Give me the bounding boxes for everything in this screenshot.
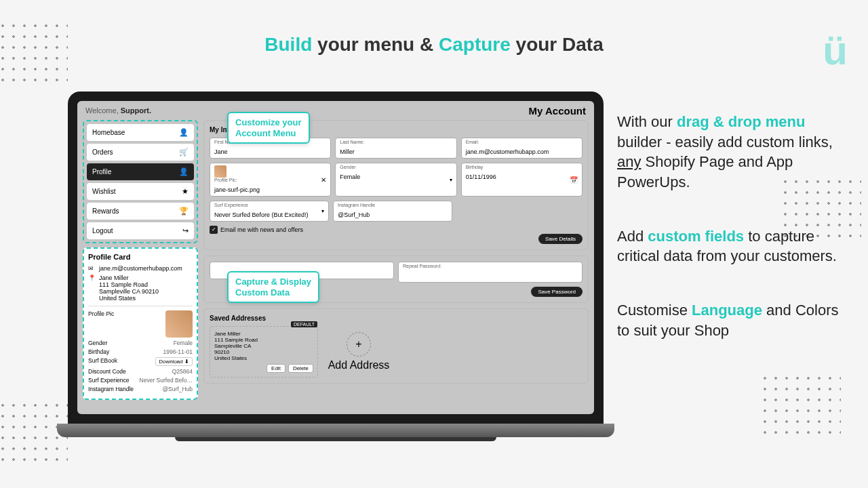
callout-customize-menu: Customize your Account Menu (227, 112, 310, 144)
menu-wishlist[interactable]: Wishlist★ (87, 183, 194, 200)
repeat-password-field[interactable]: Repeat Password: (398, 262, 583, 283)
chevron-down-icon: ▾ (321, 208, 324, 214)
welcome-text: Welcome, Support. (85, 106, 151, 115)
headline: Build your menu & Capture your Data (0, 0, 868, 56)
pic-thumb (214, 165, 226, 178)
callout-custom-data: Capture & Display Custom Data (227, 271, 319, 303)
profile-pic-field[interactable]: Profile Pic:jane-surf-pic.png✕ (210, 163, 331, 197)
checkbox-label: Email me with news and offers (220, 226, 303, 233)
save-password-button[interactable]: Save Password (531, 287, 583, 297)
menu-profile[interactable]: Profile👤 (87, 163, 194, 180)
pin-icon: 📍 (88, 274, 96, 281)
default-badge: DEFAULT (291, 321, 317, 327)
clear-icon[interactable]: ✕ (321, 176, 326, 183)
logout-icon: ↪ (182, 226, 189, 235)
birthday-field[interactable]: Birthday01/11/1996📅 (461, 163, 583, 197)
newsletter-checkbox[interactable]: ✓ (210, 226, 218, 234)
user-icon: 👤 (179, 128, 189, 137)
menu-logout[interactable]: Logout↪ (87, 222, 194, 239)
profile-card-title: Profile Card (88, 253, 193, 261)
menu-orders[interactable]: Orders🛒 (87, 144, 194, 161)
gender-select[interactable]: GenderFemale▾ (335, 163, 456, 197)
last-name-field[interactable]: Last Name:Miller (335, 138, 456, 159)
section-title: Saved Addresses (210, 314, 583, 322)
brand-logo: ü (823, 27, 848, 74)
add-address-label: Add Address (325, 359, 393, 371)
instagram-field[interactable]: Instagram Handle@Surf_Hub (333, 201, 452, 222)
surf-experience-select[interactable]: Surf ExperienceNever Surfed Before (But … (210, 201, 329, 222)
calendar-icon: 📅 (570, 176, 578, 183)
marketing-copy: With our drag & drop menu builder - easi… (617, 112, 848, 375)
save-details-button[interactable]: Save Details (538, 234, 583, 244)
edit-address-button[interactable]: Edit (267, 364, 285, 373)
download-button[interactable]: Download ⬇ (155, 357, 193, 366)
profile-card: Profile Card ✉jane.m@customerhubapp.com … (83, 247, 198, 400)
address-card: DEFAULT Jane Miller 111 Sample Road Samp… (210, 326, 318, 378)
add-address-tile[interactable]: + Add Address (325, 332, 393, 371)
page-title: My Account (529, 105, 586, 117)
avatar (165, 310, 193, 338)
chevron-down-icon: ▾ (450, 176, 452, 182)
star-icon: ★ (182, 187, 189, 196)
delete-address-button[interactable]: Delete (288, 364, 313, 373)
saved-addresses-section: Saved Addresses DEFAULT Jane Miller 111 … (203, 308, 589, 384)
mail-icon: ✉ (88, 265, 96, 272)
menu-rewards[interactable]: Rewards🏆 (87, 203, 194, 220)
cart-icon: 🛒 (179, 148, 189, 157)
user-icon: 👤 (179, 167, 189, 176)
menu-homebase[interactable]: Homebase👤 (87, 124, 194, 141)
email-field[interactable]: Email:jane.m@customerhubapp.com (461, 138, 583, 159)
laptop-mockup: Welcome, Support. My Account Homebase👤 O… (68, 92, 604, 451)
trophy-icon: 🏆 (179, 207, 189, 216)
plus-icon[interactable]: + (347, 332, 371, 357)
account-menu: Homebase👤 Orders🛒 Profile👤 Wishlist★ Rew… (83, 120, 198, 243)
